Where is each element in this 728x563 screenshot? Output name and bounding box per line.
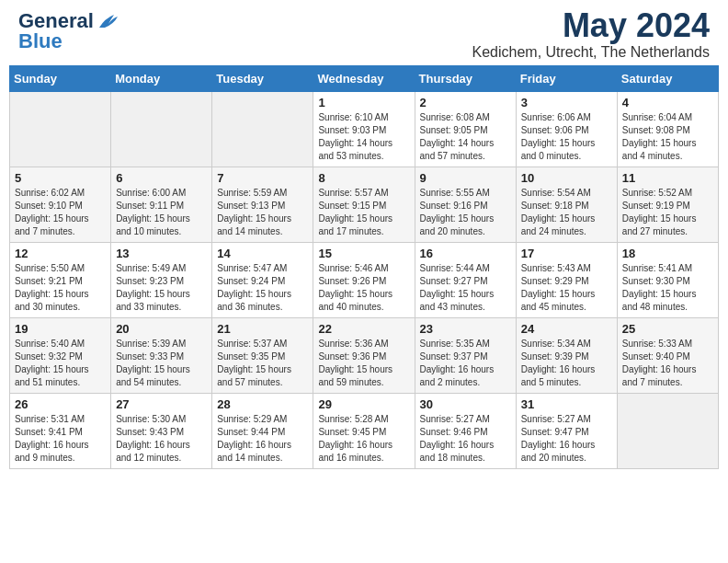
day-info: Sunrise: 5:59 AM Sunset: 9:13 PM Dayligh… xyxy=(217,187,308,238)
calendar-cell: 1Sunrise: 6:10 AM Sunset: 9:03 PM Daylig… xyxy=(313,92,415,167)
title-block: May 2024 Kedichem, Utrecht, The Netherla… xyxy=(472,9,711,61)
day-info: Sunrise: 5:40 AM Sunset: 9:32 PM Dayligh… xyxy=(15,338,106,389)
day-info: Sunrise: 5:35 AM Sunset: 9:37 PM Dayligh… xyxy=(420,338,511,389)
calendar-cell: 6Sunrise: 6:00 AM Sunset: 9:11 PM Daylig… xyxy=(111,167,212,243)
location: Kedichem, Utrecht, The Netherlands xyxy=(472,44,711,61)
calendar-cell: 10Sunrise: 5:54 AM Sunset: 9:18 PM Dayli… xyxy=(516,167,617,243)
day-info: Sunrise: 5:30 AM Sunset: 9:43 PM Dayligh… xyxy=(116,413,207,465)
day-number: 28 xyxy=(217,397,308,411)
day-number: 6 xyxy=(116,171,207,185)
day-info: Sunrise: 5:43 AM Sunset: 9:29 PM Dayligh… xyxy=(521,262,612,314)
day-info: Sunrise: 5:27 AM Sunset: 9:46 PM Dayligh… xyxy=(420,413,511,465)
day-number: 5 xyxy=(15,171,106,185)
calendar-table: SundayMondayTuesdayWednesdayThursdayFrid… xyxy=(9,65,719,469)
day-number: 31 xyxy=(521,397,612,411)
day-info: Sunrise: 5:33 AM Sunset: 9:40 PM Dayligh… xyxy=(622,338,713,389)
calendar-cell: 23Sunrise: 5:35 AM Sunset: 9:37 PM Dayli… xyxy=(415,318,516,394)
weekday-header-sunday: Sunday xyxy=(10,66,111,92)
day-number: 16 xyxy=(420,247,511,260)
week-row-1: 1Sunrise: 6:10 AM Sunset: 9:03 PM Daylig… xyxy=(10,92,719,167)
logo-bird-icon xyxy=(96,11,121,31)
day-number: 20 xyxy=(116,322,207,336)
day-number: 15 xyxy=(318,247,409,260)
calendar-cell: 31Sunrise: 5:27 AM Sunset: 9:47 PM Dayli… xyxy=(516,394,617,469)
calendar-cell: 12Sunrise: 5:50 AM Sunset: 9:21 PM Dayli… xyxy=(10,243,111,318)
calendar-cell: 15Sunrise: 5:46 AM Sunset: 9:26 PM Dayli… xyxy=(313,243,415,318)
day-number: 7 xyxy=(217,171,308,185)
week-row-4: 19Sunrise: 5:40 AM Sunset: 9:32 PM Dayli… xyxy=(10,318,719,394)
calendar-cell: 18Sunrise: 5:41 AM Sunset: 9:30 PM Dayli… xyxy=(617,243,718,318)
day-number: 11 xyxy=(622,171,713,185)
day-number: 2 xyxy=(420,96,511,109)
day-number: 25 xyxy=(622,322,713,336)
week-row-5: 26Sunrise: 5:31 AM Sunset: 9:41 PM Dayli… xyxy=(10,394,719,469)
day-info: Sunrise: 5:34 AM Sunset: 9:39 PM Dayligh… xyxy=(521,338,612,389)
calendar-cell: 2Sunrise: 6:08 AM Sunset: 9:05 PM Daylig… xyxy=(415,92,516,167)
day-number: 10 xyxy=(521,171,612,185)
calendar-cell xyxy=(111,92,212,167)
weekday-header-wednesday: Wednesday xyxy=(313,66,415,92)
day-number: 9 xyxy=(420,171,511,185)
day-info: Sunrise: 5:57 AM Sunset: 9:15 PM Dayligh… xyxy=(318,187,409,238)
day-info: Sunrise: 5:31 AM Sunset: 9:41 PM Dayligh… xyxy=(15,413,106,465)
calendar-cell: 26Sunrise: 5:31 AM Sunset: 9:41 PM Dayli… xyxy=(10,394,111,469)
day-number: 12 xyxy=(15,247,106,260)
day-number: 30 xyxy=(420,397,511,411)
calendar-cell: 4Sunrise: 6:04 AM Sunset: 9:08 PM Daylig… xyxy=(617,92,718,167)
calendar-cell: 8Sunrise: 5:57 AM Sunset: 9:15 PM Daylig… xyxy=(313,167,415,243)
logo: General Blue xyxy=(18,9,121,53)
weekday-header-saturday: Saturday xyxy=(617,66,718,92)
day-number: 26 xyxy=(15,397,106,411)
calendar-cell: 27Sunrise: 5:30 AM Sunset: 9:43 PM Dayli… xyxy=(111,394,212,469)
day-number: 23 xyxy=(420,322,511,336)
day-info: Sunrise: 5:44 AM Sunset: 9:27 PM Dayligh… xyxy=(420,262,511,314)
day-number: 1 xyxy=(318,96,409,109)
day-number: 19 xyxy=(15,322,106,336)
calendar-cell: 13Sunrise: 5:49 AM Sunset: 9:23 PM Dayli… xyxy=(111,243,212,318)
week-row-3: 12Sunrise: 5:50 AM Sunset: 9:21 PM Dayli… xyxy=(10,243,719,318)
calendar-cell: 29Sunrise: 5:28 AM Sunset: 9:45 PM Dayli… xyxy=(313,394,415,469)
weekday-header-tuesday: Tuesday xyxy=(212,66,313,92)
calendar-cell xyxy=(10,92,111,167)
calendar-cell: 20Sunrise: 5:39 AM Sunset: 9:33 PM Dayli… xyxy=(111,318,212,394)
day-number: 18 xyxy=(622,247,713,260)
calendar-cell: 25Sunrise: 5:33 AM Sunset: 9:40 PM Dayli… xyxy=(617,318,718,394)
day-info: Sunrise: 5:39 AM Sunset: 9:33 PM Dayligh… xyxy=(116,338,207,389)
day-number: 14 xyxy=(217,247,308,260)
calendar-cell: 17Sunrise: 5:43 AM Sunset: 9:29 PM Dayli… xyxy=(516,243,617,318)
day-info: Sunrise: 5:41 AM Sunset: 9:30 PM Dayligh… xyxy=(622,262,713,314)
calendar-cell xyxy=(212,92,313,167)
calendar-wrapper: SundayMondayTuesdayWednesdayThursdayFrid… xyxy=(0,65,728,478)
day-info: Sunrise: 6:02 AM Sunset: 9:10 PM Dayligh… xyxy=(15,187,106,238)
weekday-header-friday: Friday xyxy=(516,66,617,92)
day-info: Sunrise: 6:06 AM Sunset: 9:06 PM Dayligh… xyxy=(521,111,612,163)
calendar-header: SundayMondayTuesdayWednesdayThursdayFrid… xyxy=(10,66,719,92)
calendar-cell: 7Sunrise: 5:59 AM Sunset: 9:13 PM Daylig… xyxy=(212,167,313,243)
calendar-cell: 14Sunrise: 5:47 AM Sunset: 9:24 PM Dayli… xyxy=(212,243,313,318)
calendar-cell: 21Sunrise: 5:37 AM Sunset: 9:35 PM Dayli… xyxy=(212,318,313,394)
calendar-cell: 24Sunrise: 5:34 AM Sunset: 9:39 PM Dayli… xyxy=(516,318,617,394)
day-number: 22 xyxy=(318,322,409,336)
calendar-cell: 3Sunrise: 6:06 AM Sunset: 9:06 PM Daylig… xyxy=(516,92,617,167)
day-info: Sunrise: 5:49 AM Sunset: 9:23 PM Dayligh… xyxy=(116,262,207,314)
day-number: 13 xyxy=(116,247,207,260)
day-number: 17 xyxy=(521,247,612,260)
calendar-body: 1Sunrise: 6:10 AM Sunset: 9:03 PM Daylig… xyxy=(10,92,719,469)
calendar-cell: 9Sunrise: 5:55 AM Sunset: 9:16 PM Daylig… xyxy=(415,167,516,243)
day-info: Sunrise: 6:04 AM Sunset: 9:08 PM Dayligh… xyxy=(622,111,713,163)
day-info: Sunrise: 6:00 AM Sunset: 9:11 PM Dayligh… xyxy=(116,187,207,238)
day-info: Sunrise: 6:10 AM Sunset: 9:03 PM Dayligh… xyxy=(318,111,409,163)
day-info: Sunrise: 5:55 AM Sunset: 9:16 PM Dayligh… xyxy=(420,187,511,238)
day-info: Sunrise: 5:36 AM Sunset: 9:36 PM Dayligh… xyxy=(318,338,409,389)
day-number: 8 xyxy=(318,171,409,185)
day-info: Sunrise: 6:08 AM Sunset: 9:05 PM Dayligh… xyxy=(420,111,511,163)
calendar-cell: 22Sunrise: 5:36 AM Sunset: 9:36 PM Dayli… xyxy=(313,318,415,394)
day-number: 4 xyxy=(622,96,713,109)
day-info: Sunrise: 5:54 AM Sunset: 9:18 PM Dayligh… xyxy=(521,187,612,238)
day-info: Sunrise: 5:28 AM Sunset: 9:45 PM Dayligh… xyxy=(318,413,409,465)
calendar-cell: 28Sunrise: 5:29 AM Sunset: 9:44 PM Dayli… xyxy=(212,394,313,469)
weekday-header-monday: Monday xyxy=(111,66,212,92)
calendar-cell: 30Sunrise: 5:27 AM Sunset: 9:46 PM Dayli… xyxy=(415,394,516,469)
calendar-cell: 5Sunrise: 6:02 AM Sunset: 9:10 PM Daylig… xyxy=(10,167,111,243)
weekday-header-row: SundayMondayTuesdayWednesdayThursdayFrid… xyxy=(10,66,719,92)
